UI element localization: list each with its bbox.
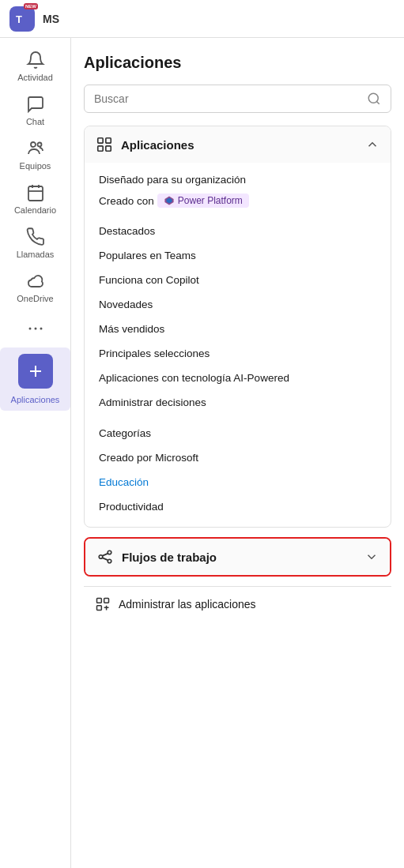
sidebar-label-onedrive: OneDrive	[17, 294, 53, 303]
section-aplicaciones: Aplicaciones Diseñado para su organizaci…	[84, 126, 391, 528]
svg-point-20	[99, 555, 103, 559]
creado-con-label: Creado con	[99, 195, 154, 207]
menu-item-populares[interactable]: Populares en Teams	[85, 243, 391, 268]
menu-item-administrar[interactable]: Administrar decisiones	[85, 390, 391, 415]
menu-item-masvendidos[interactable]: Más vendidos	[85, 317, 391, 341]
sidebar: Actividad Chat Equipos	[0, 38, 71, 868]
chat-icon	[26, 95, 45, 114]
created-with-row[interactable]: Creado con Power Platform	[85, 192, 391, 212]
menu-item-selecciones[interactable]: Principales selecciones	[85, 341, 391, 366]
apps-section-icon	[96, 136, 113, 153]
sidebar-item-equipos[interactable]: Equipos	[0, 133, 70, 177]
flujos-header-left: Flujos de trabajo	[96, 548, 217, 566]
menu-item-destacados[interactable]: Destacados	[85, 219, 391, 243]
search-icon	[367, 92, 381, 106]
sidebar-item-llamadas[interactable]: Llamadas	[0, 221, 70, 265]
top-bar-title: MS	[43, 13, 59, 25]
svg-point-2	[37, 143, 41, 147]
menu-item-novedades[interactable]: Novedades	[85, 292, 391, 317]
menu-item-educacion[interactable]: Educación	[85, 470, 391, 494]
sidebar-item-calendario[interactable]: Calendario	[0, 177, 70, 221]
sidebar-label-chat: Chat	[26, 117, 44, 126]
svg-point-8	[34, 328, 36, 330]
svg-rect-16	[98, 146, 103, 151]
svg-rect-26	[104, 599, 109, 603]
svg-point-12	[368, 93, 378, 103]
bell-icon	[26, 51, 45, 70]
onedrive-icon	[26, 272, 45, 291]
section-flujos-title: Flujos de trabajo	[122, 550, 217, 564]
top-bar: T MS	[0, 0, 404, 38]
page-title: Aplicaciones	[84, 54, 391, 72]
apps-button[interactable]	[18, 354, 53, 389]
svg-text:T: T	[16, 13, 22, 25]
workflows-icon	[96, 548, 114, 566]
svg-rect-3	[28, 186, 43, 201]
svg-rect-25	[97, 599, 102, 603]
menu-item-productividad[interactable]: Productividad	[85, 494, 391, 519]
menu-item-disenado[interactable]: Diseñado para su organización	[85, 167, 391, 192]
search-bar[interactable]	[84, 85, 391, 113]
manage-label: Administrar las aplicaciones	[119, 598, 256, 611]
menu-item-copilot[interactable]: Funciona con Copilot	[85, 268, 391, 292]
more-icon	[26, 319, 45, 338]
teams-icon	[26, 139, 45, 158]
svg-rect-14	[98, 138, 103, 143]
section-header-left: Aplicaciones	[96, 136, 194, 153]
sidebar-label-actividad: Actividad	[17, 73, 53, 82]
svg-line-13	[376, 101, 379, 103]
sidebar-item-aplicaciones[interactable]: Aplicaciones	[0, 348, 70, 411]
sidebar-item-onedrive[interactable]: OneDrive	[0, 265, 70, 310]
sidebar-item-chat[interactable]: Chat	[0, 88, 70, 133]
menu-divider-2	[85, 415, 391, 421]
sidebar-label-calendario: Calendario	[14, 205, 56, 215]
section-flujos: Flujos de trabajo	[84, 537, 391, 577]
apps-menu-list: Diseñado para su organización Creado con…	[85, 163, 391, 527]
section-aplicaciones-header[interactable]: Aplicaciones	[85, 126, 391, 163]
search-input[interactable]	[94, 92, 361, 105]
menu-item-categorias[interactable]: Categorías	[85, 421, 391, 445]
svg-rect-17	[106, 146, 111, 151]
sidebar-more[interactable]	[0, 310, 70, 348]
content-area: Aplicaciones Aplicaciones	[71, 38, 404, 868]
sidebar-label-aplicaciones: Aplicaciones	[11, 395, 60, 404]
svg-point-22	[108, 559, 111, 563]
power-platform-badge: Power Platform	[157, 194, 249, 208]
main-layout: Actividad Chat Equipos	[0, 38, 404, 868]
svg-line-24	[103, 558, 108, 560]
menu-item-microsoft[interactable]: Creado por Microsoft	[85, 445, 391, 470]
manage-icon	[95, 596, 111, 612]
svg-point-7	[28, 328, 31, 330]
chevron-down-icon	[364, 550, 379, 564]
section-flujos-header[interactable]: Flujos de trabajo	[85, 539, 390, 575]
svg-line-23	[103, 554, 108, 556]
phone-icon	[26, 227, 45, 246]
menu-divider-1	[85, 212, 391, 219]
svg-point-9	[40, 328, 42, 330]
svg-rect-15	[106, 138, 111, 143]
svg-point-21	[108, 550, 111, 554]
power-platform-icon	[164, 195, 175, 206]
sidebar-item-actividad[interactable]: Actividad	[0, 44, 70, 88]
teams-logo: T	[9, 6, 35, 32]
sidebar-label-equipos: Equipos	[20, 161, 51, 171]
bottom-menu-manage[interactable]: Administrar las aplicaciones	[84, 586, 391, 622]
chevron-up-icon	[365, 137, 379, 152]
svg-point-1	[31, 142, 36, 147]
sidebar-label-llamadas: Llamadas	[17, 250, 55, 259]
svg-rect-27	[97, 606, 102, 611]
section-aplicaciones-title: Aplicaciones	[121, 138, 194, 152]
menu-item-aipowered[interactable]: Aplicaciones con tecnología AI-Powered	[85, 366, 391, 390]
calendar-icon	[26, 183, 45, 202]
plus-icon	[26, 362, 45, 381]
